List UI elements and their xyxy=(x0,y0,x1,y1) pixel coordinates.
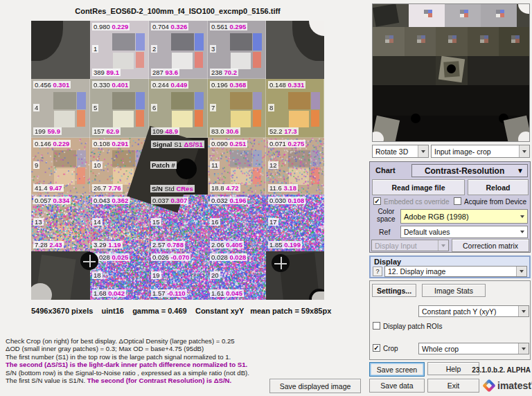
patch-values-bottom: 157 62.9 xyxy=(92,127,121,135)
registration-mark-right xyxy=(272,254,290,272)
inner-contrast-pattern xyxy=(171,92,204,129)
patch-number: 9 xyxy=(33,161,39,169)
patch-values-top: 0.043 0.362 xyxy=(92,197,130,204)
patch-9: 0.146 0.229941.4 9.47 xyxy=(31,138,90,195)
image-status-line: 5496x3670 pixels uint16 gamma = 0.469 Co… xyxy=(31,307,324,315)
patch-11: 0.090 0.2511118.8 4.72 xyxy=(208,138,266,195)
chevron-down-icon[interactable] xyxy=(519,145,529,157)
patch-values-bottom: 109 48.9 xyxy=(151,127,179,135)
patch-number: 8 xyxy=(268,104,274,111)
inner-contrast-pattern xyxy=(171,33,204,69)
patch-values-bottom: 238 70.2 xyxy=(210,69,238,76)
save-data-button[interactable]: Save data xyxy=(369,379,425,393)
description-line: ΔOD (small inner gray patches) = 0.3; Ma… xyxy=(6,345,249,352)
reload-button[interactable]: Reload xyxy=(468,179,529,195)
correction-matrix-button[interactable]: Correction matrix xyxy=(452,239,529,252)
patch-5: 0.330 0.4015157 62.9 xyxy=(90,79,149,138)
patch-values-top: 0.980 0.229 xyxy=(92,23,130,30)
patch-display-select[interactable]: Constant patch Y (xyY) xyxy=(418,305,529,317)
rotate-3d-select[interactable]: Rotate 3D xyxy=(372,145,429,158)
description-text: Check Crop (on right) for best display. … xyxy=(6,337,249,384)
crop-label: Crop xyxy=(383,345,398,352)
settings-button[interactable]: Settings... xyxy=(372,284,416,297)
patch-values-top: 0.028 0.028 xyxy=(210,253,247,261)
chevron-down-icon[interactable] xyxy=(518,306,529,316)
patch-values-bottom: 26.7 7.76 xyxy=(92,184,123,192)
read-image-file-button[interactable]: Read image file xyxy=(372,179,465,195)
ref-select[interactable]: Default values xyxy=(400,226,528,238)
thumbnail-registration-mark xyxy=(411,114,420,123)
chevron-down-icon[interactable] xyxy=(516,267,526,276)
chart-type-select[interactable]: Contrast-Resolution ▼ xyxy=(411,164,528,177)
display-help-button[interactable]: ? xyxy=(373,267,382,276)
description-line: The second (ΔS/S1) is the light-dark inn… xyxy=(6,361,249,368)
input-image-thumbnail[interactable] xyxy=(372,3,530,142)
color-space-select[interactable]: Adobe RGB (1998) xyxy=(400,209,528,224)
patch-number: 15 xyxy=(151,218,161,226)
patch-values-top: 0.026 -0.070 xyxy=(151,253,190,261)
patch-18: 0.028 0.025181.68 0.042 xyxy=(90,251,149,300)
patch-values-top: 0.057 0.334 xyxy=(33,197,71,204)
patch-number: 5 xyxy=(92,104,98,111)
view-source-select[interactable]: Input image- crop xyxy=(431,145,530,158)
acquire-from-device-checkbox[interactable] xyxy=(454,197,461,205)
chevron-down-icon[interactable] xyxy=(418,145,428,157)
save-displayed-image-button[interactable]: Save displayed image xyxy=(269,379,361,393)
patch-14: 0.043 0.362143.29 1.19 xyxy=(90,195,149,251)
color-space-label: Color space xyxy=(377,208,396,223)
ref-label: Ref xyxy=(379,228,390,236)
chevron-down-icon[interactable] xyxy=(517,226,527,237)
patch-12: 0.071 0.2751211.6 3.18 xyxy=(266,138,324,195)
imatest-logo: imatest® xyxy=(484,380,532,391)
patch-number: 6 xyxy=(151,104,157,111)
patch-values-bottom: 1.68 0.042 xyxy=(92,289,126,297)
imatest-window: ContRes_EOS6D-2_100mm_f4_ISO100_excmp0_5… xyxy=(0,0,532,396)
chevron-down-icon[interactable] xyxy=(517,210,527,223)
embedded-cs-override-checkbox[interactable] xyxy=(373,197,381,205)
patch-values-bottom: 11.6 3.18 xyxy=(268,184,298,192)
patch-number: 4 xyxy=(33,104,39,111)
display-input-select-disabled: Display Input xyxy=(371,240,449,251)
patch-values-bottom: 7.28 2.43 xyxy=(33,241,64,249)
patch-values-top: 0.196 0.368 xyxy=(210,81,247,89)
inner-contrast-pattern xyxy=(288,92,321,129)
save-screen-button[interactable]: Save screen xyxy=(369,362,425,377)
exit-button[interactable]: Exit xyxy=(427,379,479,393)
patch-number: 13 xyxy=(33,218,44,226)
image-stats-button[interactable]: Image Stats xyxy=(422,284,486,297)
patch-values-bottom: 2.06 0.405 xyxy=(210,241,244,249)
display-settings-panel: Settings... Image Stats Constant patch Y… xyxy=(369,280,531,360)
display-patch-rois-checkbox[interactable] xyxy=(373,322,380,330)
acquire-from-device-label: Acquire from Device xyxy=(464,198,526,206)
display-mode-select[interactable]: 12. Display image xyxy=(384,266,527,277)
inner-contrast-pattern xyxy=(112,33,145,69)
patch-20: 0.028 0.028201.61 0.045 xyxy=(208,251,266,300)
inner-contrast-pattern xyxy=(230,33,263,69)
patch-number: 20 xyxy=(210,271,220,279)
patch-values-top: 0.456 0.301 xyxy=(33,81,71,89)
crop-checkbox[interactable] xyxy=(373,344,380,352)
patch-number: 1 xyxy=(92,45,98,53)
imatest-logo-icon xyxy=(482,379,496,393)
patch-values-bottom: 41.4 9.47 xyxy=(33,184,64,192)
patch-values-top: 0.148 0.331 xyxy=(268,81,305,89)
patch-4: 0.456 0.3014199 59.9 xyxy=(31,79,90,138)
registration-mark-left xyxy=(80,252,98,270)
patch-2: 0.704 0.3262287 93.6 xyxy=(149,21,208,79)
chevron-down-icon[interactable] xyxy=(518,343,529,354)
chart-label: Chart xyxy=(375,166,396,174)
patch-values-top: 0.561 0.295 xyxy=(210,23,247,30)
patch-8: 0.148 0.331852.2 17.3 xyxy=(266,79,324,138)
display-heading: Display xyxy=(374,258,401,266)
patch-values-top: 0.146 0.229 xyxy=(33,140,71,147)
patch-number: 10 xyxy=(92,161,103,169)
patch-1: 0.980 0.2291389 89.1 xyxy=(90,21,149,79)
patch-values-bottom: 18.8 4.72 xyxy=(210,184,240,192)
dropdown-arrow-icon: ▼ xyxy=(517,167,527,174)
description-line: The first number (S1) in the top row is … xyxy=(6,353,249,361)
patch-number: 11 xyxy=(210,161,220,169)
patch-number: 3 xyxy=(210,45,216,53)
crop-mode-select[interactable]: Whole crop xyxy=(418,343,529,354)
registration-target-icon xyxy=(176,159,197,179)
chart-image: Signal S1 ΔS/S1 Patch # S/N Std CRes 0.9… xyxy=(31,21,324,300)
